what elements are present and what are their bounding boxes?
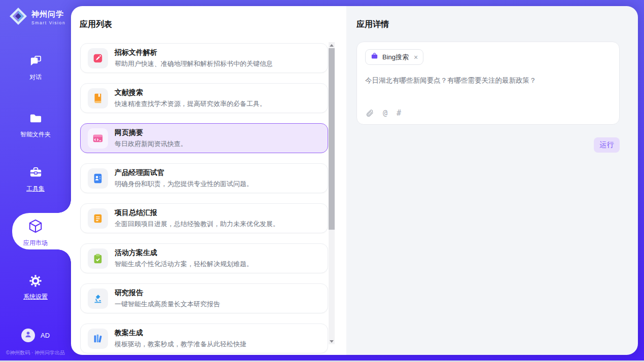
sidebar-footer: ©神州数码 · 神州问学出品 <box>0 349 71 356</box>
interview-icon <box>88 168 108 189</box>
app-card-desc: 智能生成个性化活动方案，轻松解决规划难题。 <box>115 260 253 269</box>
app-card[interactable]: 教案生成 模板驱动，教案秒成，教学准备从此轻松快捷 <box>80 323 328 353</box>
app-detail-panel: 应用详情 Bing搜索 × 今日湖北有哪些新闻要点？有哪些需要关注的最新政策？ <box>346 6 638 355</box>
brand-subtitle: Smart Vision <box>31 20 65 25</box>
app-card[interactable]: 项目总结汇报 全面回顾项目进展，总结经验教训，助力未来优化发展。 <box>80 203 328 233</box>
query-input[interactable]: 今日湖北有哪些新闻要点？有哪些需要关注的最新政策？ <box>365 76 611 86</box>
chip-close-icon[interactable]: × <box>414 54 418 61</box>
app-card-title: 项目总结汇报 <box>115 208 279 218</box>
scrollbar[interactable] <box>329 42 335 344</box>
books-icon <box>88 329 108 349</box>
app-card-list: 招标文件解析 帮助用户快速、准确地理解和解析招标书中的关键信息 文献搜索 <box>80 43 328 355</box>
app-card[interactable]: 产品经理面试官 明确身份和职责，为您提供专业性的面试问题。 <box>80 163 328 193</box>
folder-icon <box>29 112 43 127</box>
sidebar-item-toolset[interactable]: 工具集 <box>0 166 71 193</box>
app-card-selected[interactable]: 网页摘要 每日政府新闻资讯快查。 <box>80 123 328 153</box>
user-account[interactable]: AD <box>0 329 71 342</box>
gear-icon <box>29 274 42 289</box>
sidebar-item-label: 工具集 <box>26 185 45 193</box>
sidebar-item-smart-folder[interactable]: 智能文件夹 <box>0 112 71 139</box>
book-icon <box>88 88 108 108</box>
app-detail-title: 应用详情 <box>356 19 389 30</box>
app-card-title: 招标文件解析 <box>115 48 273 57</box>
tool-chip-label: Bing搜索 <box>382 53 409 62</box>
briefcase-icon <box>371 52 378 62</box>
edit-doc-icon <box>88 48 108 68</box>
input-toolbar: @ # <box>366 108 401 118</box>
tool-chip-bing-search[interactable]: Bing搜索 × <box>365 49 423 65</box>
app-card-title: 网页摘要 <box>115 128 187 137</box>
brand-diamond-icon <box>9 7 28 28</box>
sidebar-item-label: 应用市场 <box>23 239 48 247</box>
chat-icon <box>29 54 43 69</box>
microscope-icon <box>88 288 108 309</box>
sidebar-item-app-market[interactable]: 应用市场 <box>0 219 71 247</box>
app-card-title: 活动方案生成 <box>115 248 253 258</box>
app-card[interactable]: 活动方案生成 智能生成个性化活动方案，轻松解决规划难题。 <box>80 243 328 273</box>
cube-icon <box>28 219 43 235</box>
user-label: AD <box>41 332 50 339</box>
scrollbar-down-arrow[interactable] <box>329 338 335 344</box>
clipboard-check-icon <box>88 248 108 269</box>
content-area: 应用列表 招标文件解析 帮助用户快速、准确地理解和解析招标书中的关键信息 <box>71 6 638 355</box>
app-card-title: 教案生成 <box>115 329 246 338</box>
app-card-desc: 每日政府新闻资讯快查。 <box>115 139 187 149</box>
app-card[interactable]: 文献搜索 快速精准查找学术资源，提高研究效率的必备工具。 <box>80 83 328 113</box>
app-list-panel: 应用列表 招标文件解析 帮助用户快速、准确地理解和解析招标书中的关键信息 <box>71 6 346 355</box>
report-note-icon <box>88 208 108 229</box>
sidebar-item-label: 系统设置 <box>23 293 48 301</box>
prompt-card: Bing搜索 × 今日湖北有哪些新闻要点？有哪些需要关注的最新政策？ @ # <box>356 42 620 125</box>
mention-icon[interactable]: @ <box>383 108 387 118</box>
app-list-title: 应用列表 <box>80 19 112 30</box>
app-card-desc: 一键智能生成高质量长文本研究报告 <box>115 300 220 309</box>
app-card[interactable]: 研究报告 一键智能生成高质量长文本研究报告 <box>80 283 328 313</box>
sidebar: 神州问学 Smart Vision 对话 智能文件夹 <box>0 0 71 362</box>
scrollbar-thumb[interactable] <box>329 48 335 230</box>
app-card-desc: 明确身份和职责，为您提供专业性的面试问题。 <box>115 179 253 189</box>
app-card-desc: 帮助用户快速、准确地理解和解析招标书中的关键信息 <box>115 59 273 68</box>
hash-icon[interactable]: # <box>397 108 401 118</box>
app-card-title: 产品经理面试官 <box>115 168 253 177</box>
app-window: 神州问学 Smart Vision 对话 智能文件夹 <box>0 0 644 362</box>
sidebar-item-settings[interactable]: 系统设置 <box>0 274 71 301</box>
scrollbar-up-arrow[interactable] <box>329 42 335 48</box>
attachment-icon[interactable] <box>366 109 374 117</box>
run-button[interactable]: 运行 <box>594 137 620 153</box>
app-card-desc: 全面回顾项目进展，总结经验教训，助力未来优化发展。 <box>115 220 279 229</box>
sidebar-item-chat[interactable]: 对话 <box>0 54 71 82</box>
brand-logo: 神州问学 Smart Vision <box>9 7 65 28</box>
app-card-desc: 模板驱动，教案秒成，教学准备从此轻松快捷 <box>115 340 246 349</box>
app-card-desc: 快速精准查找学术资源，提高研究效率的必备工具。 <box>115 99 266 108</box>
sidebar-item-label: 对话 <box>29 73 42 82</box>
avatar <box>21 329 35 342</box>
toolbox-icon <box>29 166 43 181</box>
sidebar-item-label: 智能文件夹 <box>20 130 51 139</box>
brand-name: 神州问学 <box>31 10 65 19</box>
app-card-title: 研究报告 <box>115 288 220 298</box>
app-card[interactable]: 招标文件解析 帮助用户快速、准确地理解和解析招标书中的关键信息 <box>80 43 328 73</box>
app-card-title: 文献搜索 <box>115 88 266 97</box>
user-avatar-icon <box>24 330 32 341</box>
browser-code-icon <box>88 128 108 149</box>
